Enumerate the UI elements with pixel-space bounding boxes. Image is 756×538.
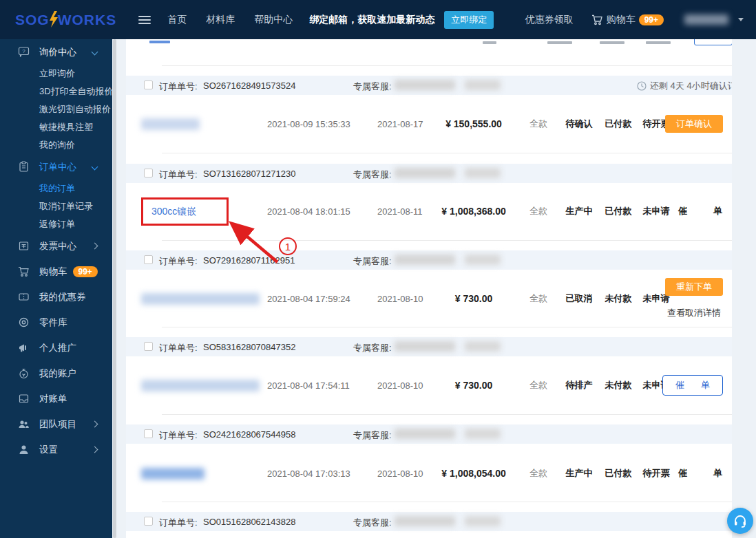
order-status: 生产中 [558, 184, 600, 239]
team-icon [18, 418, 30, 430]
cs-name-blurred [395, 255, 455, 265]
cart-icon [591, 14, 603, 25]
sidebar-item-inquire-now[interactable]: 立即询价 [0, 65, 112, 83]
part-donut-icon [18, 316, 30, 328]
chevron-right-icon [92, 446, 98, 453]
payment-status: 未付款 [598, 271, 639, 326]
sidebar-item-inquiry-center[interactable]: ? 询价中心 [0, 39, 112, 65]
order-group-header: 订单单号: SO2671628491573524 专属客服: 还剩 4天 4小时… [126, 76, 732, 95]
sidebar-item-cart[interactable]: 购物车 99+ [0, 259, 112, 284]
order-checkbox[interactable] [144, 255, 153, 264]
order-status: 待排产 [558, 358, 600, 413]
cart-count-badge: 99+ [639, 14, 664, 25]
order-created-time: 2021-08-09 15:35:33 [267, 96, 350, 151]
sidebar-item-laser-cut-quote[interactable]: 激光切割自动报价 [0, 100, 112, 118]
sidebar-item-my-inquiries[interactable]: 我的询价 [0, 136, 112, 154]
cs-phone-blurred [465, 341, 501, 352]
product-name-blurred[interactable] [141, 293, 260, 305]
urge-order-button[interactable]: 催单 [678, 467, 722, 480]
sidebar-item-my-orders[interactable]: 我的订单 [0, 180, 112, 197]
sidebar-item-invoice-center[interactable]: 发票中心 [0, 233, 112, 259]
sidebar-item-parts-library[interactable]: 零件库 [0, 310, 112, 335]
sidebar-item-rapid-mold[interactable]: 敏捷模具注塑 [0, 118, 112, 136]
sidebar-item-statement[interactable]: 对账单 [0, 386, 112, 411]
order-group-header: 订单单号: SO7131628071271230 专属客服: [126, 164, 732, 183]
headset-icon [733, 513, 748, 528]
sidebar: ? 询价中心 立即询价 3D打印全自动报价 激光切割自动报价 敏捷模具注塑 我的… [0, 39, 112, 538]
megaphone-icon [18, 342, 30, 354]
order-checkbox[interactable] [144, 517, 153, 526]
orders-list-panel: 订单单号: SO2671628491573524 专属客服: 还剩 4天 4小时… [126, 39, 732, 538]
order-checkbox[interactable] [144, 342, 153, 351]
sidebar-item-personal-promotion[interactable]: 个人推广 [0, 335, 112, 361]
logo-text-pre: SOG [15, 12, 50, 28]
hamburger-menu-icon[interactable] [138, 16, 151, 24]
divider [162, 414, 732, 415]
annotation-number-1: 1 [279, 237, 297, 255]
sidebar-item-repair-orders[interactable]: 返修订单 [0, 215, 112, 233]
sidebar-item-team-projects[interactable]: 团队项目 [0, 411, 112, 437]
product-name-blurred[interactable] [141, 380, 260, 391]
order-checkbox[interactable] [144, 80, 153, 89]
order-status: 已取消 [558, 271, 600, 326]
order-number: SO2421628067544958 [203, 429, 295, 440]
sidebar-item-my-account[interactable]: 我的账户 [0, 361, 112, 386]
coupon-claim-link[interactable]: 优惠券领取 [525, 14, 574, 26]
order-checkbox[interactable] [144, 429, 153, 438]
sidebar-item-order-center[interactable]: 订单中心 [0, 154, 112, 180]
user-dropdown-caret-icon[interactable] [738, 18, 744, 21]
order-checkbox[interactable] [144, 169, 153, 177]
cs-name-blurred [395, 80, 455, 90]
order-row: 2021-08-09 15:35:33 2021-08-17 ¥ 150,555… [126, 96, 732, 151]
svg-text:?: ? [22, 48, 25, 54]
order-group-header: 订单单号: SO2421628067544958 专属客服: [126, 424, 732, 444]
delivery-date: 2021-08-11 [377, 184, 423, 239]
confirm-countdown: 还剩 4天 4小时确认订单 [637, 80, 732, 92]
payment-type: 全款 [521, 358, 556, 413]
chevron-down-icon [92, 49, 98, 56]
reorder-button[interactable]: 重新下单 [665, 278, 723, 296]
cs-phone-blurred [465, 516, 501, 526]
order-number: SO7131628071271230 [203, 169, 295, 179]
delivery-date: 2021-08-17 [377, 96, 423, 151]
bind-now-button[interactable]: 立即绑定 [444, 11, 494, 29]
product-name-blurred[interactable] [141, 118, 200, 130]
nav-item-home[interactable]: 首页 [167, 14, 187, 26]
coin-purse-icon [18, 367, 30, 379]
nav-item-materials[interactable]: 材料库 [206, 14, 235, 26]
payment-type: 全款 [521, 271, 556, 326]
cs-name-blurred [395, 168, 455, 178]
view-cancel-detail-link[interactable]: 查看取消详情 [667, 307, 721, 319]
cs-label: 专属客服: [353, 255, 392, 268]
customer-service-fab[interactable] [727, 508, 753, 534]
logo[interactable]: SOG WORKS [15, 12, 116, 28]
bind-email-notice: 绑定邮箱，获取速加最新动态 [309, 14, 434, 26]
invoice-status: 未申请 [636, 184, 677, 239]
clipped-button-fragment [694, 39, 732, 45]
nav-item-help[interactable]: 帮助中心 [254, 14, 293, 26]
sidebar-item-my-coupons[interactable]: 我的优惠券 [0, 284, 112, 310]
coupon-icon [18, 291, 30, 303]
delivery-date: 2021-08-10 [377, 271, 423, 326]
urge-order-button[interactable]: 催单 [662, 375, 723, 396]
person-icon [18, 444, 30, 455]
cart-icon [18, 266, 30, 277]
product-link-300cc[interactable]: 300cc镶嵌 [151, 206, 196, 218]
order-no-label: 订单单号: [159, 255, 198, 268]
cs-label: 专属客服: [353, 169, 392, 181]
sidebar-item-cancelled-orders[interactable]: 取消订单记录 [0, 197, 112, 215]
sidebar-scrollbar[interactable] [113, 39, 116, 538]
order-created-time: 2021-08-04 17:54:11 [267, 358, 350, 413]
urge-order-button[interactable]: 催单 [678, 205, 722, 217]
product-name-blurred[interactable] [141, 468, 204, 480]
statement-doc-icon [18, 393, 30, 405]
invoice-icon [18, 240, 30, 252]
confirm-order-button[interactable]: 订单确认 [665, 115, 723, 133]
order-number: SO2671628491573524 [203, 80, 295, 91]
sidebar-item-3d-print-quote[interactable]: 3D打印全自动报价 [0, 83, 112, 100]
chevron-down-icon [92, 164, 98, 171]
user-name-blurred[interactable] [684, 14, 728, 25]
cart-button[interactable]: 购物车 99+ [591, 14, 664, 26]
order-amount: ¥ 150,555.00 [429, 96, 518, 151]
sidebar-item-settings[interactable]: 设置 [0, 437, 112, 462]
